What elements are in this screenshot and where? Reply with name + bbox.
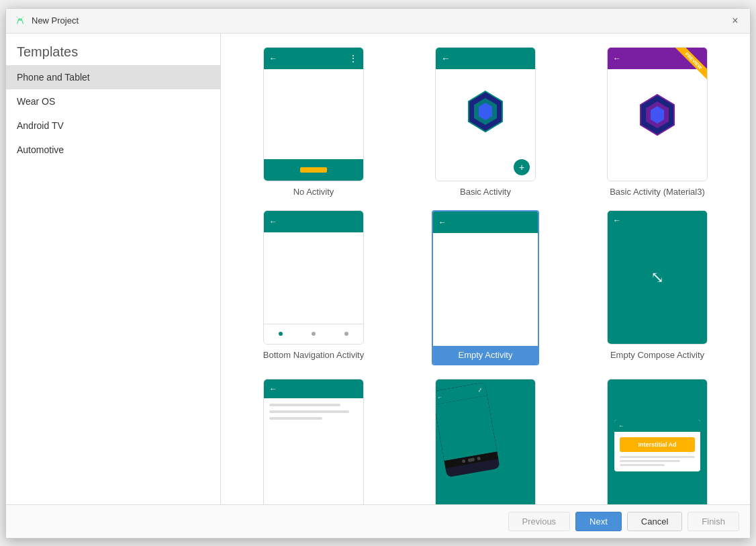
template-google-admob[interactable]: ← Interstitial Ad Google [578, 379, 737, 504]
new-project-dialog: New Project × Templates Phone and Tablet… [5, 8, 751, 539]
next-button[interactable]: Next [575, 512, 622, 531]
template-label-empty-compose: Empty Compose Activity [608, 350, 707, 360]
basic-body [436, 69, 535, 154]
sidebar-item-wear-os[interactable]: Wear OS [6, 89, 220, 113]
bottom-nav-mockup: ← [264, 211, 363, 344]
line2 [269, 410, 349, 413]
dialog-body: Templates Phone and Tablet Wear OS Andro… [6, 34, 750, 504]
template-preview-bottom-nav: ← [263, 210, 364, 345]
interstitial-ad-banner: Interstitial Ad [620, 437, 695, 452]
sidebar-item-automotive[interactable]: Automotive [6, 138, 220, 162]
sidebar-item-phone-tablet[interactable]: Phone and Tablet [6, 65, 220, 89]
fab-plus-icon: + [519, 162, 524, 173]
admob-card: ← Interstitial Ad [614, 420, 700, 471]
nav-dot-2 [312, 332, 316, 336]
template-label-basic-material3: Basic Activity (Material3) [607, 187, 708, 197]
admob-toolbar: ← [614, 420, 700, 432]
phone-dot-3 [477, 456, 481, 460]
admob-outer: ← Interstitial Ad [608, 379, 707, 504]
line3 [269, 417, 322, 420]
android-logo-icon [14, 15, 26, 27]
back-arrow-icon: ← [613, 54, 621, 63]
back-icon: ← [436, 393, 442, 400]
back-arrow-icon: ← [269, 217, 277, 226]
dialog-footer: Previous Next Cancel Finish [6, 504, 750, 538]
back-arrow-icon: ← [438, 218, 446, 227]
template-label-empty-activity: Empty Activity [433, 346, 538, 364]
compose-body: ⤡ [632, 244, 682, 310]
template-preview-google-admob: ← Interstitial Ad [607, 379, 708, 504]
template-empty-compose-material[interactable]: ← Empty Compose Activity (Material... [234, 379, 393, 504]
svg-line-3 [23, 16, 24, 17]
template-preview-empty-compose-material: ← [263, 379, 364, 504]
fullscreen-mockup: ← ⤢ [436, 379, 535, 504]
template-preview-no-activity: ← ⋮ [263, 47, 364, 181]
compose-material-mockup: ← [264, 379, 363, 504]
template-basic-material3[interactable]: ← [578, 47, 737, 197]
title-bar: New Project × [6, 9, 750, 34]
phone-dot-1 [462, 459, 466, 463]
back-arrow-icon: ← [269, 384, 277, 394]
svg-line-2 [17, 16, 18, 17]
compose-mockup: ← ⤡ [608, 211, 707, 344]
sidebar: Templates Phone and Tablet Wear OS Andro… [6, 34, 221, 504]
back-arrow-icon: ← [441, 53, 451, 64]
nav-dot-1 [279, 332, 283, 336]
template-label-bottom-nav: Bottom Navigation Activity [261, 350, 367, 360]
svg-point-0 [18, 17, 19, 19]
templates-grid: ← ⋮ No Activity [221, 34, 750, 504]
material3-bottom [608, 161, 707, 181]
compose-material-body [264, 398, 363, 504]
template-preview-empty-activity: ← [433, 212, 538, 346]
line1 [269, 404, 340, 406]
previous-button[interactable]: Previous [508, 512, 571, 531]
bottom-nav-bar [264, 324, 363, 344]
svg-point-1 [21, 17, 22, 19]
admob-content: Interstitial Ad [614, 432, 700, 471]
template-bottom-nav[interactable]: ← Bottom Navigation Activity [234, 210, 393, 365]
expand-icon: ⤢ [477, 386, 482, 393]
phone-body [264, 69, 363, 159]
dots-icon: ⋮ [348, 53, 358, 64]
cancel-button[interactable]: Cancel [627, 512, 682, 531]
phone-bottom [264, 159, 363, 181]
fullscreen-phone-body [436, 395, 497, 461]
admob-line-3 [620, 464, 665, 466]
bottom-nav-body [264, 232, 363, 324]
empty-toolbar: ← [433, 212, 538, 233]
template-preview-basic-activity: ← [435, 47, 536, 181]
template-preview-fullscreen: ← ⤢ [435, 379, 536, 504]
template-empty-compose[interactable]: ← ⤡ Empty Compose Activity [578, 210, 737, 365]
template-basic-activity[interactable]: ← [406, 47, 565, 197]
phone-mockup-no-activity: ← ⋮ [264, 48, 363, 181]
title-bar-left: New Project [14, 15, 79, 27]
close-button[interactable]: × [728, 14, 742, 28]
phone-dot-2 [468, 457, 475, 462]
empty-body [433, 233, 538, 346]
basic-toolbar: ← [436, 48, 535, 69]
nav-dot-3 [344, 332, 348, 336]
preview-banner-text: PREVIEW [672, 48, 707, 83]
finish-button[interactable]: Finish [688, 512, 739, 531]
basic-mockup: ← [436, 48, 535, 181]
compose-material-toolbar: ← [264, 379, 363, 398]
bottom-bar [300, 167, 327, 173]
template-no-activity[interactable]: ← ⋮ No Activity [234, 47, 393, 197]
sidebar-item-android-tv[interactable]: Android TV [6, 113, 220, 138]
dialog-title: New Project [32, 15, 79, 26]
compose-toolbar: ← [608, 211, 707, 230]
template-empty-activity[interactable]: ← Empty Activity [406, 210, 565, 365]
template-preview-empty-compose: ← ⤡ [607, 210, 708, 345]
back-arrow-icon: ← [613, 216, 621, 225]
bottom-nav-toolbar: ← [264, 211, 363, 232]
android-hex-icon-m3 [637, 91, 677, 138]
fullscreen-phone: ← ⤢ [436, 382, 500, 477]
admob-line-1 [620, 456, 695, 458]
template-selected-wrapper: ← Empty Activity [432, 210, 539, 365]
main-content: ← ⋮ No Activity [221, 34, 750, 504]
empty-mockup: ← [433, 212, 538, 346]
sidebar-section-label: Templates [6, 34, 220, 65]
template-fullscreen[interactable]: ← ⤢ Full [406, 379, 565, 504]
preview-banner: PREVIEW [660, 48, 707, 95]
admob-line-2 [620, 460, 680, 462]
